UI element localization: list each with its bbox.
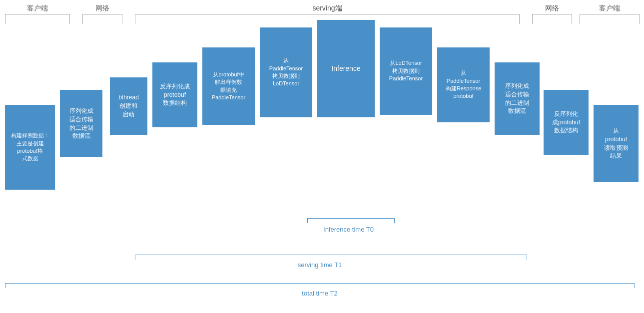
t2-bracket xyxy=(5,283,635,288)
t2-label: total time T2 xyxy=(200,290,440,297)
bracket-left-network xyxy=(82,14,122,24)
box-inference: Inference xyxy=(317,20,375,117)
box-read-result: 从protobuf读取预测结果 xyxy=(594,105,639,182)
diagram-container: 客户端 网络 serving端 网络 客户端 构建样例数据：主要是创建proto… xyxy=(0,0,644,313)
section-label-left-network: 网络 xyxy=(82,4,122,13)
t0-bracket xyxy=(307,218,395,223)
t0-label: Inference time T0 xyxy=(295,225,402,235)
box-copy-from-lod: 从LoDTensor拷贝数据到PaddleTensor xyxy=(380,27,432,115)
section-label-serving: serving端 xyxy=(135,4,520,13)
box-copy-to-lod: 从PaddleTensor拷贝数据到LoDTensor xyxy=(260,27,312,117)
bracket-left-client xyxy=(5,14,70,24)
bracket-right-network xyxy=(532,14,572,24)
t1-bracket xyxy=(135,255,527,260)
box-fill-paddle-tensor: 从protobuf中解出样例数据填充PaddleTensor xyxy=(202,47,255,125)
section-label-left-client: 客户端 xyxy=(5,4,70,13)
box-deserialize-protobuf: 反序列化成protobuf数据结构 xyxy=(152,62,197,127)
t1-label: serving time T1 xyxy=(200,261,440,269)
box-serialize-left: 序列化成适合传输的二进制数据流 xyxy=(60,90,102,157)
box-deserialize-right: 反序列化成protobuf数据结构 xyxy=(544,90,589,155)
box-build-response: 从PaddleTensor构建Responseprotobuf xyxy=(437,47,490,122)
section-label-right-client: 客户端 xyxy=(580,4,640,13)
bracket-right-client xyxy=(580,14,640,24)
box-serialize-right: 序列化成适合传输的二进制数据流 xyxy=(495,62,540,135)
box-bthread: bthread创建和启动 xyxy=(110,77,147,135)
section-label-right-network: 网络 xyxy=(532,4,572,13)
box-build-sample: 构建样例数据：主要是创建protobuf格式数据 xyxy=(5,105,55,190)
